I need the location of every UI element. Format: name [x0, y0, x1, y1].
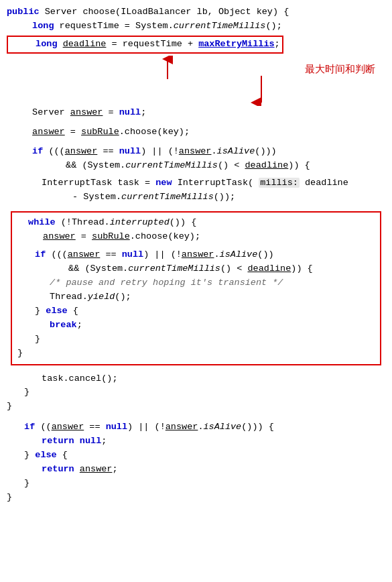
code-text: - System.currentTimeMillis());	[72, 192, 235, 202]
code-text: .isAlive()))	[211, 146, 276, 156]
line-while-break: break;	[17, 318, 375, 333]
line-interrupt-2: - System.currentTimeMillis());	[7, 190, 385, 205]
line-while-header: while (!Thread.interrupted()) {	[17, 216, 375, 230]
code-text: }	[17, 348, 23, 358]
keyword-null5: null	[80, 436, 101, 446]
keyword-null3: null	[122, 249, 143, 259]
while-block: while (!Thread.interrupted()) { answer =…	[11, 211, 381, 365]
code-text: }	[24, 450, 35, 460]
annotation-text: 最大时间和判断	[305, 61, 375, 76]
keyword-null: null	[119, 107, 141, 117]
line-outer-if-close: }	[7, 386, 385, 400]
keyword-while-if: if	[35, 249, 46, 259]
code-text	[74, 436, 80, 446]
keyword-long-deadline: long	[36, 39, 57, 49]
keyword-return-answer: return	[42, 464, 74, 474]
line-while-if-1: if (((answer == null) || (!answer.isAliv…	[17, 248, 375, 262]
keyword-break: break	[50, 320, 77, 330]
code-text: }	[7, 401, 12, 411]
code-text: answer	[182, 249, 214, 259]
code-text: ((answer ==	[35, 422, 105, 432]
code-text: ;	[141, 107, 146, 117]
code-text: ;	[77, 320, 82, 330]
code-text: task.cancel();	[42, 373, 117, 384]
arrow-down-svg	[241, 76, 281, 106]
code-text: Server choose(ILoadBalancer lb, Object k…	[40, 7, 289, 17]
code-text: (((answer ==	[43, 146, 119, 156]
line-task-cancel: task.cancel();	[7, 372, 385, 386]
line-answer-sub: answer = subRule.choose(key);	[7, 125, 385, 139]
keyword-null4: null	[106, 422, 127, 432]
line-answer-null: Server answer = null;	[7, 106, 385, 120]
line-final-else-close: }	[7, 477, 385, 491]
line-return-null: return null;	[7, 434, 385, 449]
arrow-up-svg	[147, 56, 188, 82]
code-text: ) || (!	[127, 422, 166, 432]
code-text: }	[24, 387, 29, 397]
code-text: InterruptTask( millis: deadline	[172, 178, 348, 188]
code-text: requestTime = System.currentTimeMillis()…	[54, 21, 282, 31]
code-text: }	[24, 478, 29, 488]
keyword-if: if	[32, 146, 43, 156]
line-final-if: if ((answer == null) || (!answer.isAlive…	[7, 420, 385, 434]
semicolon: ;	[275, 39, 280, 49]
annotation-area: 最大时间和判断	[7, 56, 385, 106]
keyword-null2: null	[119, 146, 141, 156]
code-text: answer	[179, 146, 212, 156]
code-text: }	[35, 306, 46, 316]
code-text: answer	[166, 422, 198, 432]
line-return-answer: return answer;	[7, 463, 385, 477]
keyword-return-null: return	[42, 436, 74, 446]
line-while-inner-close: }	[17, 333, 375, 347]
code-text: {	[68, 306, 78, 316]
code-text: }	[7, 492, 12, 502]
line-interrupt-1: InterruptTask task = new InterruptTask( …	[7, 176, 385, 190]
code-text: && (System.currentTimeMillis() < deadlin…	[68, 264, 313, 274]
line-while-close: }	[17, 347, 375, 361]
code-text: ;	[101, 436, 107, 446]
keyword-else2: else	[35, 450, 56, 460]
maxRetryMillis: maxRetryMillis	[198, 39, 274, 49]
line-final-else: } else {	[7, 449, 385, 463]
keyword-if2: if	[24, 422, 35, 432]
code-text-deadline: deadline = requestTime +	[58, 39, 199, 49]
code-text: Server answer =	[32, 107, 119, 117]
code-text: ) || (!	[141, 146, 179, 156]
code-text: InterruptTask task =	[42, 178, 155, 188]
code-text: .isAlive())) {	[198, 422, 273, 432]
code-text: answer = subRule.choose(key);	[43, 231, 200, 241]
line-if-1: if (((answer == null) || (!answer.isAliv…	[7, 145, 385, 159]
keyword-long: long	[32, 21, 54, 31]
line-deadline: long deadline = requestTime + maxRetryMi…	[7, 36, 385, 54]
line-while-answer: answer = subRule.choose(key);	[17, 230, 375, 244]
code-text: answer;	[74, 464, 118, 474]
code-text: {	[57, 450, 68, 460]
keyword-new: new	[155, 178, 172, 188]
line-while-if-2: && (System.currentTimeMillis() < deadlin…	[17, 262, 375, 276]
code-container: public Server choose(ILoadBalancer lb, O…	[7, 5, 385, 505]
line-request-time: long requestTime = System.currentTimeMil…	[7, 19, 385, 34]
line-final-method-close: }	[7, 491, 385, 505]
code-text: && (System.currentTimeMillis() < deadlin…	[66, 160, 310, 170]
line-while-yield: Thread.yield();	[17, 290, 375, 304]
code-text: (!Thread.interrupted()) {	[56, 217, 197, 227]
line-method-sig: public Server choose(ILoadBalancer lb, O…	[7, 5, 385, 19]
keyword-public: public	[7, 7, 40, 17]
line-if-2: && (System.currentTimeMillis() < deadlin…	[7, 159, 385, 173]
code-text: (((answer ==	[46, 249, 121, 259]
line-while-comment: /* pause and retry hoping it's transient…	[17, 276, 375, 290]
comment-text: /* pause and retry hoping it's transient…	[50, 278, 283, 288]
keyword-else: else	[46, 306, 67, 316]
code-text: ) || (!	[143, 249, 182, 259]
code-text: answer = subRule.choose(key);	[32, 127, 190, 137]
code-text: .isAlive())	[214, 249, 273, 259]
line-method-close-1: }	[7, 400, 385, 414]
code-text: }	[35, 334, 40, 344]
keyword-while: while	[28, 217, 56, 227]
line-while-else-open: } else {	[17, 304, 375, 318]
code-text: Thread.yield();	[50, 292, 131, 302]
